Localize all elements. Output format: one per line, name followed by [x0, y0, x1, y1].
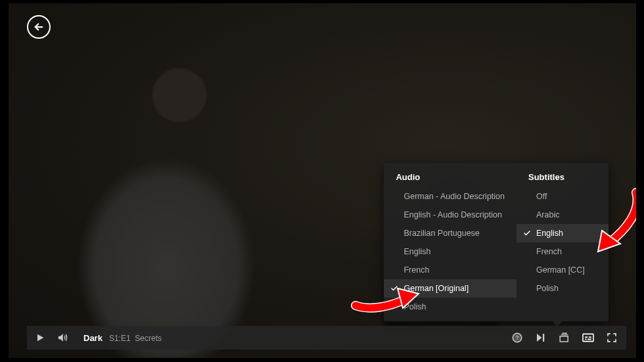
player-control-bar: Dark S1:E1 Secrets ?	[27, 326, 626, 350]
svg-rect-2	[543, 334, 544, 342]
subtitles-heading: Subtitles	[517, 172, 609, 187]
svg-rect-3	[560, 336, 568, 342]
next-episode-button[interactable]	[534, 331, 547, 344]
audio-subtitles-popup: Audio German - Audio DescriptionEnglish …	[384, 163, 609, 321]
audio-option-label: English - Audio Description	[403, 210, 501, 219]
subtitles-column: Subtitles OffArabicEnglishFrenchGerman […	[517, 163, 609, 321]
fullscreen-button[interactable]	[605, 331, 618, 344]
now-playing-title: Dark S1:E1 Secrets	[83, 333, 162, 343]
audio-column: Audio German - Audio DescriptionEnglish …	[384, 163, 517, 321]
audio-option-label: Polish	[403, 302, 426, 311]
audio-option[interactable]: German [Original]	[384, 279, 517, 298]
check-icon	[523, 229, 531, 237]
audio-option[interactable]: Polish	[384, 298, 517, 316]
svg-rect-4	[583, 334, 593, 341]
subtitle-option[interactable]: English	[517, 224, 609, 242]
episodes-button[interactable]	[558, 331, 571, 344]
subtitle-option[interactable]: Polish	[517, 279, 609, 298]
audio-option[interactable]: Brazilian Portuguese	[384, 224, 517, 242]
show-title: Dark	[83, 333, 103, 343]
volume-button[interactable]	[56, 331, 69, 344]
next-episode-icon	[535, 332, 547, 344]
subtitle-option-label: English	[536, 229, 563, 238]
volume-icon	[57, 332, 68, 344]
audio-option-label: German [Original]	[403, 284, 469, 293]
subtitle-option[interactable]: German [CC]	[517, 261, 609, 279]
play-button[interactable]	[34, 331, 47, 344]
audio-option[interactable]: English	[384, 242, 517, 261]
subtitle-option-label: Arabic	[536, 210, 559, 219]
subtitle-option[interactable]: French	[517, 242, 609, 261]
play-icon	[35, 332, 45, 343]
subtitles-icon	[582, 332, 595, 343]
audio-option-label: French	[403, 265, 429, 275]
subtitle-option[interactable]: Off	[517, 187, 609, 206]
help-button[interactable]: ?	[511, 331, 524, 344]
fullscreen-icon	[606, 332, 618, 344]
audio-option-label: English	[403, 247, 430, 256]
audio-heading: Audio	[384, 172, 517, 187]
audio-option[interactable]: English - Audio Description	[384, 206, 517, 224]
audio-option-label: German - Audio Description	[403, 192, 505, 201]
subtitle-option-label: Polish	[536, 284, 559, 293]
episode-label: S1:E1 Secrets	[109, 334, 162, 343]
audio-option[interactable]: German - Audio Description	[384, 187, 517, 206]
audio-option[interactable]: French	[384, 261, 517, 279]
subtitle-option-label: German [CC]	[536, 265, 585, 275]
audio-option-label: Brazilian Portuguese	[403, 229, 479, 238]
back-arrow-icon	[33, 21, 45, 33]
subtitle-option-label: French	[536, 247, 562, 256]
subtitle-option[interactable]: Arabic	[517, 206, 609, 224]
episodes-icon	[558, 332, 571, 344]
video-frame: Audio German - Audio DescriptionEnglish …	[9, 3, 636, 358]
audio-subtitles-button[interactable]	[582, 331, 595, 344]
svg-text:?: ?	[515, 334, 518, 341]
subtitle-option-label: Off	[536, 192, 547, 201]
help-icon: ?	[511, 332, 523, 344]
back-button[interactable]	[27, 15, 51, 39]
check-icon	[390, 284, 398, 292]
